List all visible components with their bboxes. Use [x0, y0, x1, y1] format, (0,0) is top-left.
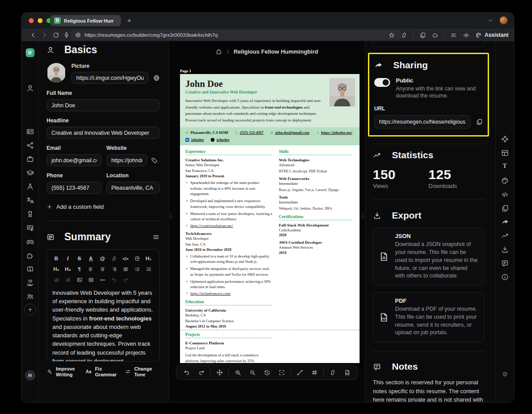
rail-item-typography[interactable]: T — [501, 163, 509, 171]
bullet-list-button[interactable] — [131, 264, 143, 274]
assistant-button[interactable]: Assistant — [475, 32, 509, 39]
rail-item-page[interactable] — [501, 204, 509, 212]
heading2-button[interactable]: H₂ — [51, 264, 62, 274]
phone-input[interactable] — [47, 182, 102, 194]
zoom-in-button[interactable] — [232, 367, 243, 378]
pan-mode-button[interactable] — [214, 367, 225, 378]
add-custom-field-button[interactable]: Add a custom field — [47, 203, 160, 210]
voice-search-icon[interactable] — [63, 31, 70, 39]
right-panel-resize-handle[interactable] — [361, 213, 364, 219]
download-pdf-button[interactable] — [341, 367, 353, 378]
bookmark-star-icon[interactable] — [388, 32, 395, 39]
email-field[interactable] — [47, 154, 102, 166]
bold-button[interactable]: B — [51, 253, 62, 264]
italic-button[interactable]: I — [62, 253, 74, 264]
rail-item-theme[interactable] — [501, 177, 509, 185]
redo-button[interactable] — [196, 367, 207, 378]
zoom-out-button[interactable] — [246, 367, 258, 378]
full-name-input[interactable] — [47, 99, 160, 111]
change-tone-button[interactable]: Change Tone — [125, 366, 160, 377]
copyleft-icon[interactable]: © — [501, 371, 509, 379]
reset-zoom-button[interactable] — [261, 367, 273, 378]
align-center-button[interactable] — [97, 264, 108, 274]
export-pdf-card[interactable]: PDF Download a PDF of your resume. This … — [373, 292, 484, 342]
sidebar-item-references[interactable] — [26, 293, 34, 301]
sidebar-item-volunteering[interactable] — [26, 279, 34, 287]
browser-tab[interactable]: R Religious Fellow Hummingbird — [50, 15, 121, 26]
sidebar-item-interests[interactable] — [26, 238, 34, 246]
sidebar-item-experience[interactable] — [26, 155, 34, 163]
sidebar-item-profiles[interactable] — [26, 141, 34, 149]
reader-mode-icon[interactable] — [450, 32, 457, 39]
minimize-window-button[interactable] — [38, 18, 43, 23]
line-mode-button[interactable] — [294, 367, 305, 378]
sidebar-item-publications[interactable] — [26, 265, 34, 273]
left-panel-resize-handle[interactable] — [169, 213, 172, 219]
rail-item-template[interactable] — [501, 135, 509, 143]
sidebar-item-languages[interactable] — [26, 196, 34, 204]
browser-profile-avatar[interactable] — [500, 16, 508, 24]
align-right-button[interactable] — [108, 264, 120, 274]
improve-writing-button[interactable]: Improve Writing — [47, 366, 81, 377]
public-toggle[interactable] — [374, 78, 390, 87]
fix-grammar-button[interactable]: Aa Fix Grammar — [86, 366, 120, 377]
picture-url-input[interactable] — [71, 72, 149, 84]
underline-button[interactable]: A — [85, 253, 97, 264]
copy-link-icon[interactable] — [401, 32, 407, 39]
insert-image-button[interactable] — [74, 274, 85, 285]
sidebar-item-education[interactable] — [26, 169, 34, 177]
summary-editor[interactable]: B I S A @ </> H₁ H₂ H₃ ¶ — [47, 249, 160, 362]
headline-input[interactable] — [47, 127, 160, 139]
insert-frame-button[interactable] — [85, 274, 97, 285]
forward-button[interactable] — [41, 31, 48, 39]
grid-toggle-button[interactable] — [309, 367, 320, 378]
undo-button[interactable] — [181, 367, 192, 378]
redo-button[interactable] — [120, 274, 131, 285]
align-left-button[interactable] — [85, 264, 97, 274]
summary-options-menu-icon[interactable] — [153, 234, 160, 241]
horizontal-rule-button[interactable]: — — [97, 274, 108, 285]
reload-button[interactable] — [52, 31, 59, 39]
windows-icon[interactable] — [419, 32, 426, 39]
paragraph-button[interactable]: ¶ — [74, 264, 85, 274]
heading1-button[interactable]: H₁ — [143, 253, 154, 264]
undo-button[interactable] — [108, 274, 120, 285]
back-button[interactable] — [30, 31, 37, 39]
export-json-card[interactable]: JSON Download a JSON snapshot of your re… — [373, 227, 484, 285]
audio-waveform-icon[interactable] — [463, 32, 469, 39]
copy-link-button[interactable] — [327, 367, 338, 378]
rail-item-information[interactable] — [501, 273, 509, 281]
profile-picture-thumbnail[interactable] — [47, 63, 66, 82]
address-bar[interactable]: https://resumegen.cv/builder/cmg7grx3r00… — [70, 30, 402, 40]
insert-button[interactable] — [131, 253, 143, 264]
center-view-button[interactable] — [276, 367, 287, 378]
app-logo[interactable]: R — [26, 48, 35, 57]
sidebar-item-awards[interactable] — [26, 210, 34, 218]
sidebar-item-basics[interactable] — [26, 84, 34, 92]
sidebar-item-summary[interactable] — [26, 128, 34, 136]
close-window-button[interactable] — [29, 18, 34, 23]
strikethrough-button[interactable]: S — [74, 253, 85, 264]
summary-text[interactable]: Innovative Web Developer with 5 years of… — [51, 289, 156, 362]
rail-item-export[interactable] — [501, 246, 509, 254]
user-avatar[interactable]: H — [25, 370, 35, 381]
copy-url-button[interactable] — [476, 118, 483, 125]
picture-options-icon[interactable] — [153, 74, 160, 82]
tab-list-chevron-icon[interactable] — [487, 17, 493, 23]
rail-item-layout[interactable] — [501, 149, 509, 157]
resume-page[interactable]: John Doe Creative and Innovative Web Dev… — [180, 74, 360, 363]
align-justify-button[interactable] — [120, 264, 131, 274]
ordered-list-button[interactable] — [143, 264, 154, 274]
home-icon[interactable] — [215, 48, 222, 55]
new-tab-button[interactable]: + — [127, 16, 131, 24]
indent-button[interactable] — [62, 274, 74, 285]
location-input[interactable] — [106, 182, 160, 194]
rail-item-sharing[interactable] — [501, 218, 509, 226]
heading3-button[interactable]: H₃ — [62, 264, 74, 274]
website-input[interactable] — [106, 154, 147, 166]
rail-item-custom-css[interactable] — [501, 191, 509, 199]
sidebar-item-certifications[interactable] — [26, 224, 34, 232]
outdent-button[interactable] — [51, 274, 62, 285]
extensions-cloud-icon[interactable] — [432, 32, 438, 39]
rail-item-statistics[interactable] — [501, 232, 509, 240]
